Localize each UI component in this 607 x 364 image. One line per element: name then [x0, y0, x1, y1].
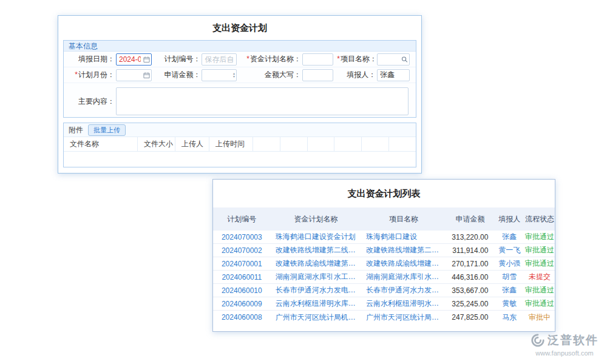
- brand-name: 泛普软件: [548, 332, 599, 348]
- brand-url: www.fanpusoft.com: [531, 349, 599, 357]
- apply-amount-value: 270,171.00: [446, 260, 495, 268]
- project-name-link[interactable]: 改建铁路成渝线增建第二直通线（...: [361, 258, 446, 269]
- fund-plan-name-column-header: 资金计划名称: [271, 207, 361, 231]
- basic-info-section: 基本信息 填报日期： 计划编号：: [63, 40, 416, 118]
- plan-no-link[interactable]: 2024060011: [213, 273, 271, 281]
- empty-column: [280, 137, 308, 151]
- project-name-link[interactable]: 改建铁路线增建第二线直通线（成...: [361, 245, 446, 255]
- plan-month-label: *计划月份：: [66, 70, 115, 80]
- filler-column-header: 填报人: [494, 207, 524, 231]
- batch-upload-button[interactable]: 批量上传: [88, 124, 126, 136]
- empty-column: [362, 137, 389, 151]
- empty-column: [389, 137, 416, 151]
- stepper-down-icon[interactable]: ▼: [232, 75, 236, 78]
- amount-caps-label: 金额大写：: [240, 70, 301, 80]
- fund-plan-name-link[interactable]: 改建铁路线增建第二线直通线（成...: [271, 245, 361, 255]
- fund-plan-name-link[interactable]: 云南水利枢纽潜明水库一期工程施...: [271, 298, 361, 309]
- table-row: 2024060011 湖南洞庭湖水库引水工程施工标... 湖南洞庭湖水库引水工程…: [213, 271, 555, 284]
- status-badge: 审批通过: [524, 258, 555, 269]
- table-row: 2024070001 改建铁路成渝线增建第二直通线（... 改建铁路成渝线增建第…: [213, 257, 555, 271]
- expense-fund-plan-form-panel: 支出资金计划 基本信息 填报日期： 计划编号：: [58, 15, 422, 174]
- fund-plan-name-link[interactable]: 长春市伊通河水力发电厂改建工程...: [271, 285, 361, 295]
- project-name-link[interactable]: 长春市伊通河水力发电厂改建工程: [361, 285, 446, 295]
- attachments-section: 附件 批量上传 文件名称 文件大小 上传人 上传时间: [63, 123, 416, 167]
- form-row-3: 主要内容：: [64, 83, 416, 120]
- main-content-label: 主要内容：: [66, 96, 115, 107]
- expense-fund-plan-list-panel: 支出资金计划列表 计划编号 资金计划名称 项目名称 申请金额 填报人 流程状态 …: [212, 179, 555, 332]
- apply-amount-input[interactable]: [202, 69, 237, 81]
- fund-plan-name-link[interactable]: 湖南洞庭湖水库引水工程施工标...: [271, 272, 361, 282]
- plan-no-link[interactable]: 2024070002: [213, 246, 271, 255]
- filler-link[interactable]: 胡雪: [494, 272, 524, 282]
- table-row: 2024060010 长春市伊通河水力发电厂改建工程... 长春市伊通河水力发电…: [213, 284, 555, 297]
- apply-amount-value: 313,220.00: [446, 233, 495, 241]
- file-table-body: [64, 152, 416, 167]
- empty-column: [334, 137, 362, 151]
- status-badge: 审批通过: [524, 245, 555, 255]
- fund-plan-name-label: *资金计划名称：: [240, 54, 301, 64]
- filler-link[interactable]: 黄小强: [494, 258, 524, 269]
- plan-no-link[interactable]: 2024070003: [213, 233, 271, 241]
- required-mark: *: [337, 55, 340, 63]
- fund-plan-name-link[interactable]: 珠海鹤港口建设资金计划: [271, 232, 361, 242]
- fund-plan-name-input[interactable]: [302, 53, 333, 66]
- upload-time-column-header: 上传时间: [209, 137, 253, 151]
- project-name-column-header: 项目名称: [361, 207, 446, 231]
- status-badge: 审批通过: [524, 232, 555, 242]
- file-name-column-header: 文件名称: [64, 137, 138, 151]
- plan-no-column-header: 计划编号: [213, 207, 271, 231]
- apply-amount-value: 353,667.00: [446, 286, 495, 295]
- plan-no-link[interactable]: 2024060010: [213, 286, 271, 295]
- filler-link[interactable]: 张鑫: [494, 285, 524, 295]
- apply-amount-value: 446,316.00: [446, 273, 495, 281]
- project-name-label: *项目名称：: [337, 54, 376, 64]
- plan-no-link[interactable]: 2024070001: [213, 260, 271, 268]
- empty-column: [253, 137, 280, 151]
- fund-plan-name-link[interactable]: 广州市天河区统计局机房改造项目...: [271, 312, 361, 323]
- project-name-link[interactable]: 珠海鹤港口建设: [361, 232, 446, 242]
- filler-link[interactable]: 马东: [494, 312, 524, 323]
- search-icon[interactable]: [401, 56, 408, 62]
- required-mark: *: [75, 70, 78, 79]
- calendar-icon[interactable]: [143, 72, 150, 78]
- table-row: 2024070003 珠海鹤港口建设资金计划 珠海鹤港口建设 313,220.0…: [213, 231, 555, 244]
- status-column-header: 流程状态: [524, 207, 555, 231]
- plan-no-link[interactable]: 2024060008: [213, 313, 271, 322]
- calendar-icon[interactable]: [143, 56, 150, 62]
- form-row-1: 填报日期： 计划编号： *资金计划名称：: [64, 52, 416, 67]
- status-badge: 审批中: [524, 312, 555, 323]
- filler-label: 填报人：: [337, 70, 376, 80]
- page: 支出资金计划 基本信息 填报日期： 计划编号：: [0, 0, 607, 364]
- form-title: 支出资金计划: [58, 16, 421, 40]
- table-row: 2024070002 改建铁路线增建第二线直通线（成... 改建铁路线增建第二线…: [213, 244, 555, 257]
- plan-no-input[interactable]: [202, 53, 237, 66]
- fund-plan-name-link[interactable]: 改建铁路成渝线增建第二直通线（...: [271, 258, 361, 269]
- plan-no-label: 计划编号：: [155, 54, 200, 64]
- fanpu-watermark: 泛普软件 www.fanpusoft.com: [531, 332, 599, 357]
- amount-stepper[interactable]: ▲▼: [232, 72, 236, 78]
- table-row: 2024060008 广州市天河区统计局机房改造项目... 广州市天河区统计局机…: [213, 311, 555, 324]
- status-badge: 未提交: [524, 272, 555, 282]
- filler-link[interactable]: 黄一飞: [494, 245, 524, 255]
- project-name-link[interactable]: 云南水利枢纽潜明水库一期工程施...: [361, 298, 446, 309]
- filler-input[interactable]: [377, 69, 410, 81]
- plan-no-link[interactable]: 2024060009: [213, 300, 271, 308]
- filler-link[interactable]: 张鑫: [494, 232, 524, 242]
- fill-date-label: 填报日期：: [66, 54, 115, 64]
- project-name-link[interactable]: 湖南洞庭湖水库引水工程施工标: [361, 272, 446, 282]
- list-table-header: 计划编号 资金计划名称 项目名称 申请金额 填报人 流程状态: [213, 207, 555, 231]
- required-mark: *: [246, 55, 249, 63]
- file-size-column-header: 文件大小: [138, 137, 175, 151]
- project-name-link[interactable]: 广州市天河区统计局机房改造项目: [361, 312, 446, 323]
- fanpu-logo-icon: [531, 333, 545, 348]
- empty-column: [308, 137, 335, 151]
- amount-caps-input[interactable]: [302, 69, 333, 81]
- attachments-tab[interactable]: 附件: [69, 125, 83, 135]
- apply-amount-value: 311,914.00: [446, 246, 495, 255]
- main-content-textarea[interactable]: [116, 87, 409, 115]
- list-title: 支出资金计划列表: [213, 180, 555, 207]
- filler-link[interactable]: 黄敏: [494, 298, 524, 309]
- apply-amount-label: 申请金额：: [155, 70, 200, 80]
- table-row: 2024060009 云南水利枢纽潜明水库一期工程施... 云南水利枢纽潜明水库…: [213, 297, 555, 311]
- file-table-header: 文件名称 文件大小 上传人 上传时间: [64, 137, 416, 152]
